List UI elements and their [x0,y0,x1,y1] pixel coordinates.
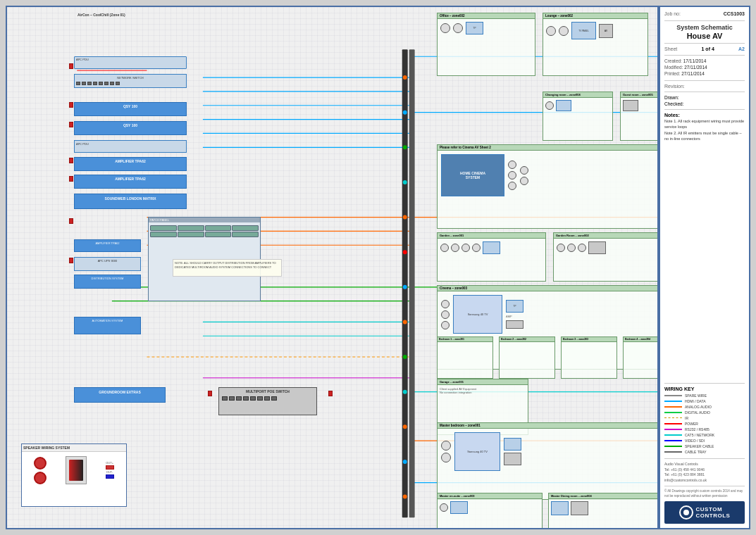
wire-label-video: VIDEO / SDI [685,439,705,443]
master-dining-room: Master Dining room – zone004 [548,493,659,529]
wire-row-cat5: CAT5 / NETWORK [664,433,745,437]
changing-room-label: Changing room – zone004 [543,92,612,98]
svg-point-29 [403,75,407,80]
checked-label: Checked: [664,101,683,106]
guest-room-label: Guest room – zone005 [621,92,659,98]
wire-row-speaker: SPEAKER CABLE [664,444,745,448]
dining-label: Master Dining room – zone004 [549,493,659,499]
drawn-row: Drawn: [664,95,745,100]
wire-line-rs232 [664,429,682,430]
note-1: Note 1. All rack equipment wiring must p… [664,119,745,130]
contact-tel1: Tel: +61 (0) 458 441 9046 [664,467,745,473]
amplifier-tpa62-2: AMPLIFIER TPA62 [74,175,187,189]
logo-controls-text: CONTROLS [696,512,731,519]
bedroom4-label: Bedroom 4 – zone204 [624,337,659,342]
wire-line-spare1 [664,395,682,396]
wire-line-power [664,423,682,424]
wire-row-power: POWER [664,422,745,426]
master-bedroom-room: Master bedroom – zone001 Samsung 40 TV [437,422,659,500]
created-row: Created: 17/11/2014 [664,58,745,63]
changing-room: Changing room – zone004 [543,92,613,141]
svg-point-36 [403,320,407,324]
logo-circle [679,505,693,520]
drawn-section: Drawn: Checked: [664,95,745,110]
logo-circle-inner [683,510,689,515]
ir-blaster-5 [69,176,73,182]
ir-blaster-6 [69,218,73,224]
wire-line-video [664,440,682,441]
logo-text: CUSTOM CONTROLS [696,506,731,519]
right-panel: Job no: CCS1003 System Schematic House A… [659,6,750,529]
job-info-section: Job no: CCS1003 [664,11,745,21]
svg-point-41 [403,495,407,499]
sheet-code: A2 [738,46,745,51]
sheet-row: Sheet 1 of 4 A2 [664,46,745,51]
bedroom2-room: Bedroom 2 – zone202 [499,336,555,379]
lounge-room-label: Lounge – zone002 [543,13,647,19]
drawn-label: Drawn: [664,95,679,100]
notes-section: Notes: Note 1. All rack equipment wiring… [664,113,745,384]
ir-blaster-2 [69,102,73,108]
office-room: Office – zone002 TP [437,13,535,76]
svg-point-30 [403,111,407,115]
wiring-key-title: WIRING KEY [664,386,745,391]
svg-point-33 [403,215,407,220]
bedroom2-label: Bedroom 2 – zone202 [500,337,554,342]
logo-custom-text: CUSTOM [696,506,731,512]
ir-blaster-7 [69,258,73,263]
central-note: NOTE: ALL SHOULD CARRY OUTPUT DISTRIBUTI… [173,259,282,277]
garage-label: Garage – zone001 [438,379,528,385]
contact-email: info@customcontrols.co.uk [664,478,745,484]
copyright-text: © All Drawings copyright custom controls… [664,489,745,498]
amplifier-tpa62-1: AMPLIFIER TPA62 [74,157,187,171]
contact-company: Audio Visual Controls [664,462,745,467]
svg-point-38 [403,390,407,394]
contact-section: Audio Visual Controls Tel: +61 (0) 458 4… [664,462,745,486]
bedroom1-label: Bedroom 1 – zone201 [438,337,492,342]
bedroom3-label: Bedroom 3 – zone203 [562,337,616,342]
garden-room-2: Garden Room – zone002 [553,232,659,282]
garden-family-label: Garden – zone001 [438,233,545,239]
modified-value: 27/11/2014 [684,65,707,70]
ir-blaster-3 [69,122,73,127]
ensuite-label: Master en-suite – zone003 [438,493,542,499]
created-value: 17/11/2014 [683,58,707,63]
contact-tel2: Tel: +61 (0) 423 884 3881 [664,472,745,478]
svg-rect-27 [402,49,408,517]
cinema-label: Please refer to Cinema AV Sheet 2 [438,145,659,151]
qsy-100-2: QSY 100 [74,121,187,135]
bedroom3-room: Bedroom 3 – zone203 [561,336,617,379]
wire-line-digital [664,412,682,413]
gym-label: Cinema – zone003 [438,286,659,291]
network-switch-1: NETWORK SWITCH [74,74,187,88]
revision-label: Revision: [664,84,745,89]
wire-line-speaker [664,446,682,447]
svg-point-40 [403,460,407,464]
wire-row-digital: DIGITAL AUDIO [664,410,745,415]
wire-label-cable-tray: CABLE TRAY [685,450,707,454]
wiring-key-section: WIRING KEY SPARE WIRE HDMI / DATA ANALOG… [664,386,745,459]
system-title-section: System Schematic House AV [664,24,745,44]
apc-pdu-2: APC PDU [74,140,187,153]
poe-switch: MULTIPORT POE SWITCH [218,387,317,415]
office-room-label: Office – zone002 [438,13,535,19]
guest-room: Guest room – zone005 [620,92,659,141]
notes-title: Notes: [664,113,745,118]
wire-row-analog: ANALOG AUDIO [664,405,745,409]
apc-pdu: APC PDU [74,56,187,69]
svg-point-37 [403,355,407,359]
printed-value: 27/11/2014 [681,71,705,76]
job-label: Job no: [664,11,681,16]
sheet-info-section: Sheet 1 of 4 A2 [664,46,745,56]
wire-label-cat5: CAT5 / NETWORK [685,433,714,437]
wire-row-cable-tray: CABLE TRAY [664,450,745,454]
main-container: AirCon – CoolChill (Zone 01) APC PDU NET… [0,0,756,535]
wire-label-digital: DIGITAL AUDIO [685,410,710,415]
groundroom-extras: GROUNDROOM EXTRAS [74,387,166,403]
sheet-value: 1 of 4 [702,46,714,51]
system-schematic-title: System Schematic [664,24,745,31]
wire-row-video: VIDEO / SDI [664,439,745,443]
qsy-100-1: QSY 100 [74,102,187,116]
apc-ups: APC UPS 9000 [74,257,141,271]
ir-blaster-4 [69,158,73,163]
